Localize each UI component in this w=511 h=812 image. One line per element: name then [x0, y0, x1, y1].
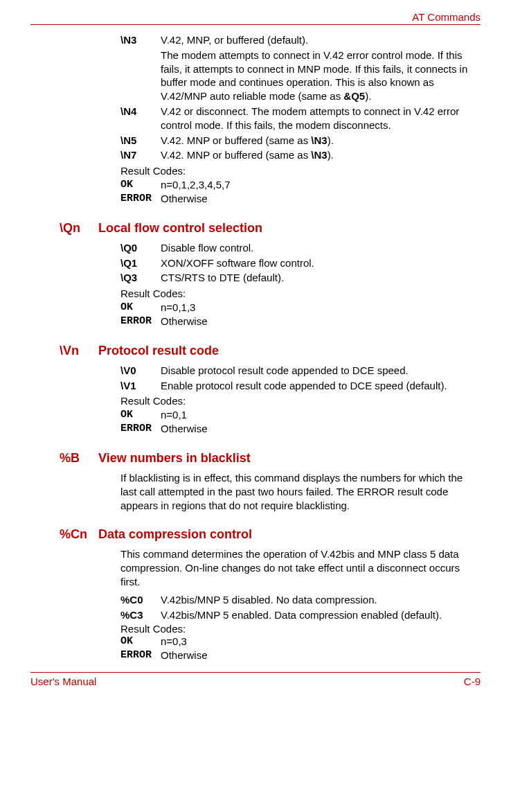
page-header: AT Commands — [30, 11, 481, 25]
param-value: V.42bis/MNP 5 disabled. No data compress… — [161, 593, 481, 607]
param-key: \N3 — [120, 33, 161, 47]
section-pb: %B View numbers in blacklist — [60, 451, 481, 466]
section-qn: \Qn Local flow control selection — [60, 221, 481, 236]
param-value: V.42bis/MNP 5 enabled. Data compression … — [161, 608, 481, 622]
param-key: \Q0 — [120, 241, 161, 255]
result-code: OK — [120, 178, 161, 192]
result-error: ERROR Otherwise — [120, 422, 481, 436]
param-n3-line1: \N3 V.42, MNP, or buffered (default). — [120, 33, 481, 47]
param-value: Disable protocol result code appended to… — [161, 364, 481, 378]
section-title: Local flow control selection — [98, 221, 262, 236]
result-code: ERROR — [120, 192, 161, 206]
param-n4: \N4 V.42 or disconnect. The modem attemp… — [120, 105, 481, 132]
param-c0: %C0 V.42bis/MNP 5 disabled. No data comp… — [120, 593, 481, 607]
section-cmd: \Vn — [60, 344, 86, 358]
section-pc: %Cn Data compression control — [60, 527, 481, 542]
param-value: Disable flow control. — [161, 241, 481, 255]
bold-text: \N3 — [311, 134, 327, 146]
result-code: ERROR — [120, 422, 161, 436]
result-codes-label: Result Codes: — [120, 288, 481, 299]
result-value: Otherwise — [161, 648, 481, 662]
result-error: ERROR Otherwise — [120, 192, 481, 206]
text: V.42. MNP or buffered (same as — [161, 149, 311, 161]
bold-text: \N3 — [311, 149, 327, 161]
param-n5: \N5 V.42. MNP or buffered (same as \N3). — [120, 134, 481, 148]
section-cmd: %B — [60, 451, 86, 466]
result-ok: OK n=0,1 — [120, 408, 481, 422]
bold-text: &Q5 — [343, 90, 365, 102]
result-value: Otherwise — [161, 192, 481, 206]
page-footer: User's Manual C-9 — [30, 672, 481, 687]
param-key: \V0 — [120, 364, 161, 378]
footer-left: User's Manual — [30, 676, 96, 687]
param-c3: %C3 V.42bis/MNP 5 enabled. Data compress… — [120, 608, 481, 622]
result-value: Otherwise — [161, 422, 481, 436]
param-key: \N4 — [120, 105, 161, 132]
section-cmd: %Cn — [60, 527, 86, 542]
result-code: ERROR — [120, 315, 161, 328]
result-value: n=0,1,3 — [161, 301, 481, 315]
header-right: AT Commands — [412, 11, 481, 23]
result-ok: OK n=0,3 — [120, 635, 481, 648]
section-vn: \Vn Protocol result code — [60, 344, 481, 358]
param-value: CTS/RTS to DTE (default). — [161, 271, 481, 285]
param-key: \Q1 — [120, 256, 161, 270]
result-ok: OK n=0,1,2,3,4,5,7 — [120, 178, 481, 192]
param-key: %C0 — [120, 593, 161, 607]
param-key: \Q3 — [120, 271, 161, 285]
footer-right: C-9 — [464, 676, 481, 687]
param-value: V.42, MNP, or buffered (default). — [161, 33, 481, 47]
param-value: XON/XOFF software flow control. — [161, 256, 481, 270]
result-codes-label: Result Codes: — [120, 395, 481, 407]
result-ok: OK n=0,1,3 — [120, 301, 481, 315]
param-n7: \N7 V.42. MNP or buffered (same as \N3). — [120, 148, 481, 162]
result-value: n=0,1 — [161, 408, 481, 422]
section-body: If blacklisting is in effect, this comma… — [120, 471, 481, 512]
section-title: Protocol result code — [98, 344, 219, 358]
section-title: Data compression control — [98, 527, 252, 542]
param-q1: \Q1 XON/XOFF software flow control. — [120, 256, 481, 270]
text: The modem attempts to connect in V.42 er… — [161, 49, 467, 102]
result-error: ERROR Otherwise — [120, 315, 481, 328]
result-value: n=0,3 — [161, 635, 481, 648]
result-codes-label: Result Codes: — [120, 623, 481, 635]
text: ). — [328, 134, 334, 146]
param-key: %C3 — [120, 608, 161, 622]
param-key: \V1 — [120, 379, 161, 393]
param-value: Enable protocol result code appended to … — [161, 379, 481, 393]
section-cmd: \Qn — [60, 221, 86, 236]
param-value: V.42. MNP or buffered (same as \N3). — [161, 148, 481, 162]
result-codes-label: Result Codes: — [120, 165, 481, 177]
section-title: View numbers in blacklist — [98, 451, 251, 466]
spacer — [120, 48, 161, 103]
result-code: OK — [120, 408, 161, 422]
page: AT Commands \N3 V.42, MNP, or buffered (… — [0, 0, 511, 701]
text: V.42. MNP or buffered (same as — [161, 134, 311, 146]
param-n3-line2: The modem attempts to connect in V.42 er… — [120, 48, 481, 103]
result-code: OK — [120, 301, 161, 315]
param-value: V.42 or disconnect. The modem attempts t… — [161, 105, 481, 132]
text: ). — [328, 149, 334, 161]
result-error: ERROR Otherwise — [120, 648, 481, 662]
param-key: \N7 — [120, 148, 161, 162]
param-q0: \Q0 Disable flow control. — [120, 241, 481, 255]
text: ). — [365, 90, 371, 102]
param-value: V.42. MNP or buffered (same as \N3). — [161, 134, 481, 148]
section-body: This command determines the operation of… — [120, 547, 481, 588]
param-v1: \V1 Enable protocol result code appended… — [120, 379, 481, 393]
param-q3: \Q3 CTS/RTS to DTE (default). — [120, 271, 481, 285]
result-code: OK — [120, 635, 161, 648]
result-value: n=0,1,2,3,4,5,7 — [161, 178, 481, 192]
result-value: Otherwise — [161, 315, 481, 328]
result-code: ERROR — [120, 648, 161, 662]
param-v0: \V0 Disable protocol result code appende… — [120, 364, 481, 378]
param-key: \N5 — [120, 134, 161, 148]
param-value: The modem attempts to connect in V.42 er… — [161, 48, 481, 103]
